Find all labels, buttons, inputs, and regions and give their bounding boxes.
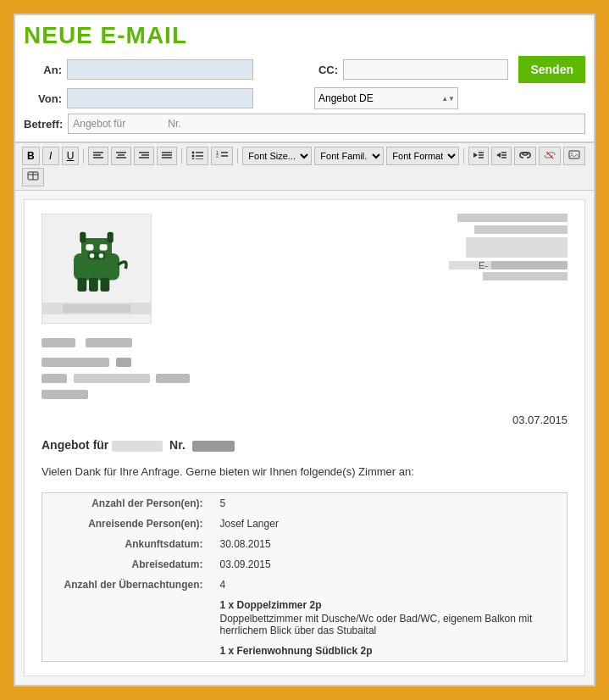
room1-name: 1 x Doppelzimmer 2p [220, 599, 559, 611]
unlink-button[interactable] [539, 147, 561, 165]
svg-point-14 [192, 155, 195, 158]
abreise-label: Abreisedatum: [42, 554, 212, 575]
font-size-select[interactable]: Font Size... [242, 147, 312, 165]
send-button[interactable]: Senden [518, 56, 585, 83]
letterhead: E- [42, 214, 567, 324]
company-addr1-blur [474, 225, 567, 234]
cc-input[interactable] [343, 59, 508, 80]
toolbar: B I U 1.2. Font [15, 142, 594, 191]
details-table: Anzahl der Person(en): 5 Anreisende Pers… [42, 492, 567, 662]
cc-label: CC: [314, 64, 338, 76]
company-addr2-blur [466, 237, 567, 258]
link-icon [519, 151, 531, 159]
anzahl-personen-label: Anzahl der Person(en): [42, 492, 212, 514]
date-line: 03.07.2015 [42, 414, 567, 426]
betreff-label: Betreff: [24, 118, 63, 131]
italic-button[interactable]: I [42, 147, 59, 165]
von-row: Von: Angebot DE Angebot EN Angebot IT [24, 87, 585, 109]
align-center-icon [116, 151, 126, 159]
nr-value-blur [192, 441, 235, 452]
abreise-value: 03.09.2015 [212, 554, 567, 575]
align-left-icon [93, 151, 103, 159]
align-right-button[interactable] [134, 147, 154, 165]
room1-desc: Doppelbettzimmer mit Dusche/Wc oder Bad/… [220, 613, 559, 636]
recipient-line1 [42, 355, 567, 368]
company-info: E- [449, 214, 567, 324]
list-ol-icon: 1.2. [216, 151, 228, 159]
email-body: E- [15, 191, 594, 685]
toolbar-divider-3 [237, 148, 238, 164]
anreisende-value: Josef Langer [212, 514, 567, 534]
list-ul-button[interactable] [186, 147, 208, 165]
uebernachtungen-value: 4 [212, 575, 567, 595]
an-input[interactable] [67, 59, 253, 80]
image-insert-button[interactable] [563, 147, 585, 165]
svg-point-16 [192, 158, 195, 160]
link-button[interactable] [514, 147, 536, 165]
svg-rect-41 [86, 244, 93, 250]
room2-name: 1 x Ferienwohnung Südblick 2p [212, 641, 567, 662]
list-ol-button[interactable]: 1.2. [211, 147, 233, 165]
table-row-room2: 1 x Ferienwohnung Südblick 2p [42, 641, 567, 662]
svg-marker-26 [496, 153, 501, 158]
an-label: An: [24, 64, 62, 76]
font-family-select[interactable]: Font Famil. [314, 147, 384, 165]
indent-button[interactable] [468, 147, 489, 165]
align-left-button[interactable] [88, 147, 108, 165]
logo-text [42, 303, 151, 315]
table-icon [27, 171, 39, 181]
svg-rect-42 [100, 244, 108, 250]
outdent-button[interactable] [491, 147, 512, 165]
table-row-personen: Anzahl der Person(en): 5 [42, 492, 567, 514]
svg-point-44 [90, 253, 94, 258]
svg-rect-39 [80, 231, 86, 242]
table-row-room1: 1 x Doppelzimmer 2p Doppelbettzimmer mit… [42, 595, 567, 641]
language-select[interactable]: Angebot DE Angebot EN Angebot IT [314, 87, 458, 109]
email-container: NEUE E-MAIL An: CC: Senden Von: Angebot … [14, 14, 595, 686]
an-cc-row: An: CC: Senden [24, 56, 585, 83]
font-format-select[interactable]: Font Format [386, 147, 459, 165]
svg-marker-22 [473, 153, 478, 158]
logo-box [42, 214, 152, 324]
table-row-ankunft: Ankunftsdatum: 30.08.2015 [42, 534, 567, 554]
underline-button[interactable]: U [62, 147, 80, 165]
justify-icon [162, 151, 172, 159]
svg-rect-40 [108, 231, 113, 242]
justify-button[interactable] [157, 147, 177, 165]
email-row: E- [449, 261, 567, 269]
outdent-icon [496, 151, 507, 159]
svg-point-12 [192, 152, 195, 154]
svg-rect-47 [89, 277, 98, 291]
recipient-name-blur [42, 336, 567, 348]
toolbar-divider-2 [181, 148, 182, 164]
email-value-blur [491, 261, 567, 269]
align-center-button[interactable] [111, 147, 131, 165]
email-content: E- [24, 199, 585, 676]
company-extra-blur [483, 272, 567, 281]
room1-label-empty [42, 595, 212, 641]
svg-point-33 [571, 153, 573, 155]
bold-button[interactable]: B [22, 147, 40, 165]
language-select-wrapper: Angebot DE Angebot EN Angebot IT [314, 87, 458, 109]
ankunft-value: 30.08.2015 [212, 534, 567, 554]
image-icon [568, 150, 580, 159]
uebernachtungen-label: Anzahl der Übernachtungen: [42, 575, 212, 595]
betreff-input[interactable] [68, 114, 585, 134]
angebot-label: Angebot für [42, 438, 108, 452]
intro-text: Vielen Dank für Ihre Anfrage. Gerne biet… [42, 464, 567, 481]
nr-label: Nr. [169, 438, 185, 452]
room2-label-empty [42, 641, 212, 662]
angebot-title-line: Angebot für Nr. [42, 438, 567, 452]
email-header: NEUE E-MAIL An: CC: Senden Von: Angebot … [15, 15, 594, 142]
company-logo [58, 223, 135, 299]
email-prefix-label: E- [479, 260, 488, 270]
insert-table-button[interactable] [22, 168, 44, 186]
list-ul-icon [191, 151, 203, 159]
von-input[interactable] [67, 88, 253, 108]
svg-rect-48 [101, 277, 110, 291]
svg-rect-32 [569, 151, 579, 158]
indent-icon [473, 151, 484, 159]
page-title: NEUE E-MAIL [24, 22, 585, 49]
anreisende-label: Anreisende Person(en): [42, 514, 212, 534]
toolbar-divider-1 [83, 148, 84, 164]
